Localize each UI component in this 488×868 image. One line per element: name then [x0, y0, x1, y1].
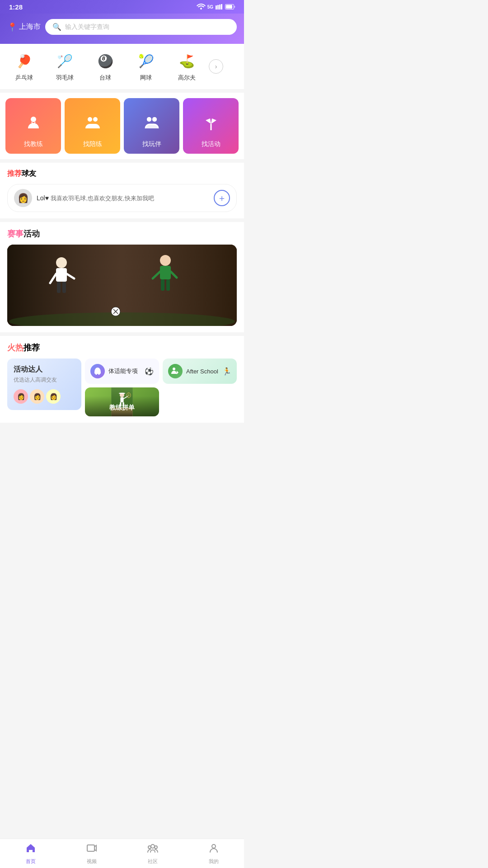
friend-avatar: 👩 [14, 189, 32, 207]
fitness-card[interactable]: 体适能专项 ⚽ [85, 359, 159, 384]
svg-point-13 [147, 117, 151, 122]
fitness-badge: ⚽ [145, 367, 154, 376]
after-school-badge: 🏃 [222, 367, 231, 376]
activity-master-title: 活动达人 [14, 365, 75, 374]
svg-point-19 [56, 257, 67, 268]
avatar-1: 👩 [14, 389, 28, 404]
svg-point-14 [152, 117, 157, 122]
category-tennis[interactable]: 🎾 网球 [126, 51, 166, 82]
svg-rect-32 [94, 371, 101, 374]
status-time: 1:28 [9, 3, 23, 11]
friend-name: Lol♥ [37, 194, 49, 202]
friend-desc: 我喜欢羽毛球,也喜欢交朋友,快来加我吧 [51, 195, 154, 202]
svg-point-33 [95, 373, 97, 375]
svg-point-0 [200, 8, 202, 9]
find-playmate-label: 找玩伴 [142, 140, 161, 148]
svg-rect-2 [217, 5, 219, 9]
category-billiards-label: 台球 [99, 74, 111, 82]
hot-grid: 活动达人 优选达人高调交友 👩 👩 👩 体适能专项 ⚽ [7, 359, 237, 416]
billiards-icon: 🎱 [95, 51, 115, 71]
svg-point-35 [173, 368, 175, 370]
golf-icon: ⛳ [177, 51, 197, 71]
tennis-icon: 🎾 [136, 51, 156, 71]
svg-rect-51 [111, 387, 132, 416]
avatar-2: 👩 [30, 389, 44, 404]
find-coach-card[interactable]: 找教练 [5, 98, 61, 154]
fitness-label: 体适能专项 [108, 367, 138, 375]
status-bar: 1:28 5G [0, 0, 244, 14]
event-banner[interactable] [7, 245, 237, 326]
svg-point-10 [93, 117, 98, 122]
hot-section: 火热推荐 活动达人 优选达人高调交友 👩 👩 👩 体适能专项 [0, 336, 244, 423]
svg-rect-4 [221, 4, 222, 9]
recommend-title: 推荐球友 [7, 169, 237, 179]
coach-splitter-label: 教练拼单 [109, 404, 135, 412]
category-golf[interactable]: ⛳ 高尔夫 [166, 51, 207, 82]
svg-rect-26 [160, 266, 171, 279]
fitness-icon [90, 364, 105, 378]
find-playmate-card[interactable]: 找玩伴 [124, 98, 179, 154]
more-categories-button[interactable]: › [209, 59, 223, 74]
action-cards: 找教练 找陪练 找玩伴 [0, 93, 244, 159]
svg-point-9 [88, 117, 92, 122]
friend-card: 👩 Lol♥ 我喜欢羽毛球,也喜欢交朋友,快来加我吧 ＋ [7, 184, 237, 212]
find-sparring-card[interactable]: 找陪练 [65, 98, 120, 154]
svg-rect-28 [166, 279, 170, 291]
sparring-icon [84, 115, 102, 137]
category-pingpong-label: 乒乓球 [15, 74, 33, 82]
hot-title: 火热推荐 [7, 342, 237, 353]
events-title: 赛事活动 [7, 228, 237, 239]
search-icon: 🔍 [52, 23, 61, 31]
friend-info: Lol♥ 我喜欢羽毛球,也喜欢交朋友,快来加我吧 [37, 194, 209, 203]
activity-master-card[interactable]: 活动达人 优选达人高调交友 👩 👩 👩 [7, 359, 81, 410]
svg-point-25 [160, 255, 171, 266]
category-golf-label: 高尔夫 [178, 74, 196, 82]
categories-section: 🏓 乒乓球 🏸 羽毛球 🎱 台球 🎾 网球 ⛳ 高尔夫 › [0, 44, 244, 89]
svg-rect-6 [226, 5, 232, 9]
svg-rect-1 [216, 5, 217, 9]
find-coach-label: 找教练 [24, 140, 43, 148]
events-title-highlight: 赛事 [7, 229, 23, 238]
hot-title-rest: 推荐 [23, 343, 40, 352]
location-button[interactable]: 📍 上海市 [7, 22, 41, 32]
categories-scroll: 🏓 乒乓球 🏸 羽毛球 🎱 台球 🎾 网球 ⛳ 高尔夫 › [4, 51, 240, 82]
coach-splitter-card[interactable]: 教练拼单 [85, 387, 159, 416]
activity-master-avatars: 👩 👩 👩 [14, 389, 75, 404]
after-school-label: After School [186, 368, 218, 375]
avatar-3: 👩 [46, 389, 61, 404]
pingpong-icon: 🏓 [14, 51, 34, 71]
header: 📍 上海市 🔍 输入关键字查询 [0, 14, 244, 44]
after-school-card[interactable]: After School 🏃 [163, 359, 237, 384]
svg-point-34 [98, 373, 100, 375]
category-badminton[interactable]: 🏸 羽毛球 [44, 51, 85, 82]
svg-point-7 [31, 117, 36, 122]
coach-img-bg [85, 387, 159, 416]
event-banner-bg [7, 245, 237, 326]
search-bar[interactable]: 🔍 输入关键字查询 [45, 19, 237, 35]
category-badminton-label: 羽毛球 [56, 74, 74, 82]
activity-icon [202, 115, 220, 137]
recommend-title-rest: 球友 [22, 170, 36, 177]
svg-rect-27 [161, 279, 164, 291]
svg-rect-3 [219, 5, 221, 9]
find-activity-label: 找活动 [202, 140, 221, 148]
events-section: 赛事活动 [0, 222, 244, 332]
svg-rect-20 [56, 268, 67, 282]
events-title-rest: 活动 [23, 229, 40, 238]
category-pingpong[interactable]: 🏓 乒乓球 [4, 51, 44, 82]
category-billiards[interactable]: 🎱 台球 [85, 51, 126, 82]
search-placeholder: 输入关键字查询 [65, 23, 109, 31]
svg-rect-21 [57, 282, 61, 293]
category-tennis-label: 网球 [140, 74, 152, 82]
after-school-icon [168, 364, 183, 378]
svg-rect-22 [62, 282, 66, 293]
recommend-title-highlight: 推荐 [7, 170, 22, 177]
find-sparring-label: 找陪练 [83, 140, 102, 148]
playmate-icon [143, 115, 161, 137]
find-activity-card[interactable]: 找活动 [183, 98, 239, 154]
activity-master-subtitle: 优选达人高调交友 [14, 376, 75, 384]
location-text: 上海市 [19, 22, 41, 32]
coach-icon [24, 115, 42, 137]
location-icon: 📍 [7, 22, 17, 32]
add-friend-button[interactable]: ＋ [214, 190, 230, 206]
